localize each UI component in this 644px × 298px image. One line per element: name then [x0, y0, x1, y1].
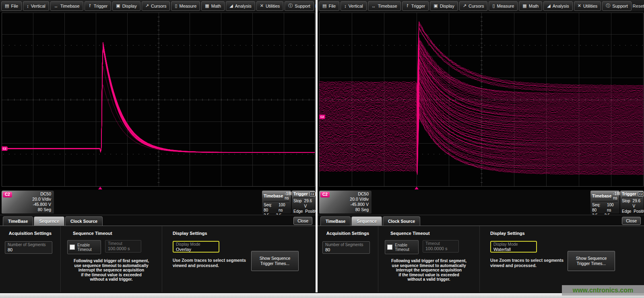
menu-cursors-label: Cursors	[151, 4, 167, 8]
menu-display-button[interactable]: ▣Display	[430, 1, 458, 11]
vertical-icon: ↕	[344, 4, 347, 8]
dialog-tab-bar: TimeBase Sequence Clock Source Close	[0, 215, 316, 226]
sequence-dialog: TimeBase Sequence Clock Source Close Acq…	[318, 215, 644, 292]
menu-trigger-button[interactable]: ↾Trigger	[85, 1, 111, 11]
show-sequence-trigger-times-button[interactable]: Show Sequence Trigger Times...	[251, 251, 299, 271]
segments-value: 80 Seg	[320, 207, 369, 212]
cursors-icon: ↗	[145, 3, 149, 8]
menu-analysis-button[interactable]: ◢Analysis	[543, 1, 572, 11]
offset-value: -45.800 V	[320, 202, 369, 207]
menu-cursors-button[interactable]: ↗Cursors	[142, 1, 170, 11]
seq-count: Seq: 80	[264, 202, 276, 213]
tab-timebase[interactable]: TimeBase	[320, 216, 351, 226]
display-settings-section: Display Settings Display Mode Overlay Us…	[162, 226, 316, 292]
trigger-strip	[0, 187, 316, 190]
channel-badge: C2	[320, 192, 330, 197]
enable-timeout-checkbox[interactable]: Enable Timeout	[385, 240, 419, 254]
channel-level-marker[interactable]: C2	[319, 115, 325, 119]
channel-descriptor[interactable]: C2 DC50 20.0 V/div -45.800 V 80 Seg	[319, 191, 372, 214]
trigger-strip	[318, 187, 644, 190]
trigger-descriptor[interactable]: Trigger C2 DC Stop 29.6 V Edge Positive	[620, 191, 644, 214]
display-mode-label: Display Mode	[176, 242, 216, 247]
display-icon: ▣	[433, 3, 438, 8]
timebase-descriptor[interactable]: Timebase -188 ns Seq: 80 100 ns 2.5 kS 2…	[262, 191, 291, 214]
display-mode-select[interactable]: Display Mode Waterfall	[490, 241, 537, 253]
display-mode-select[interactable]: Display Mode Overlay	[173, 241, 219, 253]
reset-button[interactable]: Reset	[633, 4, 644, 8]
file-icon: ▤	[5, 3, 9, 8]
tab-timebase[interactable]: TimeBase	[3, 216, 33, 226]
menu-trigger-label: Trigger	[411, 4, 425, 8]
timeout-field[interactable]: Timeout 100.0000 s	[105, 240, 141, 253]
menu-math-button[interactable]: ▦Math	[519, 1, 542, 11]
menu-support-button[interactable]: ⓘSupport	[285, 1, 314, 11]
acquisition-settings-header: Acquisition Settings	[318, 231, 378, 236]
menu-timebase-button[interactable]: ↔Timebase	[368, 1, 401, 11]
cursors-icon: ↗	[463, 3, 466, 8]
vertical-icon: ↕	[27, 4, 29, 8]
menu-math-button[interactable]: ▦Math	[201, 1, 225, 11]
menu-measure-label: Measure	[180, 4, 197, 8]
menu-cursors-button[interactable]: ↗Cursors	[459, 1, 488, 11]
menu-support-button[interactable]: ⓘSupport	[602, 1, 632, 11]
waveform-display-waterfall	[319, 12, 644, 187]
menu-utilities-button[interactable]: ✕Utilities	[256, 1, 284, 11]
display-mode-value: Waterfall	[493, 247, 534, 252]
menu-display-button[interactable]: ▣Display	[112, 1, 140, 11]
trigger-position-marker[interactable]	[98, 187, 102, 189]
menu-trigger-button[interactable]: ↾Trigger	[402, 1, 429, 11]
channel-level-marker[interactable]: C2	[2, 146, 8, 151]
reset-button[interactable]: Reset	[315, 4, 316, 8]
trigger-icon: ↾	[88, 3, 92, 8]
menu-vertical-button[interactable]: ↕Vertical	[23, 1, 49, 11]
show-sequence-trigger-times-button[interactable]: Show Sequence Trigger Times...	[568, 251, 615, 271]
menu-analysis-button[interactable]: ◢Analysis	[226, 1, 255, 11]
menu-file-label: File	[11, 4, 18, 8]
channel-descriptor[interactable]: C2 DC50 20.0 V/div -45.800 V 80 Seg	[2, 191, 54, 214]
enable-timeout-checkbox[interactable]: Enable Timeout	[67, 240, 101, 254]
display-mode-value: Overlay	[176, 247, 216, 252]
menu-measure-button[interactable]: ▯Measure	[489, 1, 518, 11]
utilities-icon: ✕	[578, 3, 581, 8]
watermark: www.cntronics.com	[562, 285, 644, 296]
menu-bar: ▤File↕Vertical↔Timebase↾Trigger▣Display↗…	[0, 0, 316, 12]
trigger-source-badge: C2	[638, 192, 644, 196]
timeout-note: Following valid trigger of first segment…	[64, 259, 159, 282]
trigger-slope: Positive	[305, 209, 316, 214]
trigger-position-marker[interactable]	[415, 187, 419, 189]
close-button[interactable]: Close	[622, 217, 641, 225]
dialog-tab-bar: TimeBase Sequence Clock Source Close	[318, 215, 644, 226]
menu-file-button[interactable]: ▤File	[319, 1, 339, 11]
waveform-area: C2	[319, 12, 644, 187]
enable-timeout-label: Enable Timeout	[395, 243, 409, 252]
enable-timeout-label: Enable Timeout	[77, 243, 92, 252]
menu-analysis-label: Analysis	[553, 4, 569, 8]
tab-sequence[interactable]: Sequence	[34, 216, 64, 226]
support-icon: ⓘ	[288, 3, 293, 9]
menu-analysis-label: Analysis	[235, 4, 252, 8]
menu-timebase-label: Timebase	[60, 4, 80, 8]
menu-timebase-button[interactable]: ↔Timebase	[50, 1, 83, 11]
menu-measure-button[interactable]: ▯Measure	[171, 1, 200, 11]
timebase-descriptor[interactable]: Timebase -188 ns Seq: 80 100 ns 2.5 kS 2…	[590, 191, 619, 214]
menu-utilities-button[interactable]: ✕Utilities	[574, 1, 601, 11]
trigger-descriptor[interactable]: Trigger C2 DC Stop 29.6 V Edge Positive	[292, 191, 315, 214]
window-bottom-strip	[0, 292, 644, 298]
menu-trigger-label: Trigger	[94, 4, 107, 8]
timeout-field[interactable]: Timeout 100.0000 s	[423, 240, 459, 253]
menu-file-button[interactable]: ▤File	[1, 1, 22, 11]
tab-clock-source[interactable]: Clock Source	[65, 216, 103, 226]
number-of-segments-field[interactable]: Number of Segments 80	[322, 241, 370, 254]
sequence-timeout-section: Sequence Timeout Enable Timeout Timeout …	[378, 226, 479, 292]
trigger-type: Edge	[622, 209, 631, 214]
timeout-label: Timeout	[425, 241, 456, 246]
close-button[interactable]: Close	[293, 217, 312, 225]
tab-clock-source[interactable]: Clock Source	[383, 216, 420, 226]
acquisition-settings-header: Acquisition Settings	[0, 231, 60, 236]
menu-vertical-label: Vertical	[31, 4, 45, 8]
checkbox-icon	[70, 245, 75, 250]
number-of-segments-label: Number of Segments	[325, 243, 367, 247]
tab-sequence[interactable]: Sequence	[351, 216, 382, 226]
number-of-segments-field[interactable]: Number of Segments 80	[5, 241, 52, 254]
menu-vertical-button[interactable]: ↕Vertical	[341, 1, 367, 11]
